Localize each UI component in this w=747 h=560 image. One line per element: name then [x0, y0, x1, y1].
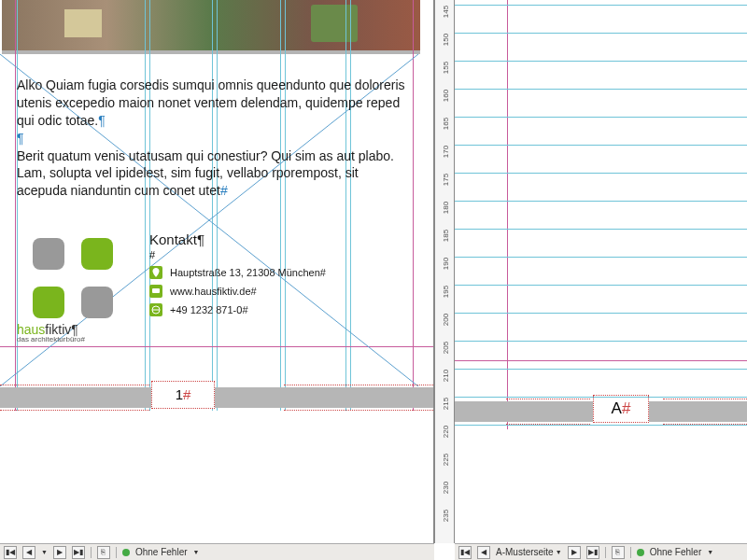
open-button[interactable]: ⎘ — [97, 546, 110, 559]
nav-prev-button[interactable]: ◀ — [477, 546, 490, 559]
status-bar-left: ▮◀ ◀ ▼ ▶ ▶▮ ⎘ Ohne Fehler ▼ — [0, 543, 434, 560]
baseline-guide — [455, 425, 747, 426]
ruler-label: 225 — [442, 451, 450, 469]
baseline-guide — [455, 201, 747, 202]
baseline-guide — [455, 229, 747, 230]
globe-icon — [149, 303, 162, 316]
master-page-selector[interactable]: A-Musterseite ▼ — [496, 547, 562, 557]
nav-first-button[interactable]: ▮◀ — [458, 546, 472, 559]
ruler-label: 150 — [442, 31, 450, 49]
pilcrow-icon: ¶ — [98, 113, 106, 128]
status-bar-right: ▮◀ ◀ A-Musterseite ▼ ▶ ▶▮ ⎘ Ohne Fehler … — [455, 543, 747, 560]
pasteboard — [455, 429, 747, 543]
preflight-menu[interactable]: ▼ — [707, 549, 713, 555]
footer-strip — [0, 387, 433, 408]
nav-last-button[interactable]: ▶▮ — [586, 546, 599, 559]
preflight-status-icon — [637, 549, 644, 556]
baseline-guide — [455, 285, 747, 286]
ruler-label: 195 — [442, 283, 450, 301]
logo-frame[interactable]: hausfiktiv¶ das architekturbüro# — [17, 238, 129, 343]
baseline-guide — [455, 173, 747, 174]
end-of-story-icon: # — [220, 183, 228, 198]
preflight-status-icon — [122, 549, 130, 556]
placed-image[interactable] — [2, 0, 420, 54]
contact-heading: Kontakt — [149, 231, 197, 247]
nav-first-button[interactable]: ▮◀ — [4, 546, 17, 559]
page-number-frame[interactable]: 1# — [151, 381, 215, 409]
preflight-status-label: Ohne Fehler — [135, 547, 188, 557]
ruler-label: 215 — [442, 395, 450, 413]
baseline-guide — [455, 5, 747, 6]
nav-next-button[interactable]: ▶ — [568, 546, 581, 559]
ruler-label: 220 — [442, 423, 450, 441]
baseline-guide — [455, 89, 747, 90]
baseline-guide — [455, 341, 747, 342]
paragraph-2: Berit quatum venis utatusam qui conestiu… — [17, 148, 394, 199]
preflight-menu[interactable]: ▼ — [193, 549, 200, 555]
nav-last-button[interactable]: ▶▮ — [72, 546, 85, 559]
ruler-label: 210 — [442, 367, 450, 385]
ruler-label: 165 — [442, 115, 450, 133]
baseline-guide — [455, 397, 747, 398]
ruler-label: 185 — [442, 227, 450, 245]
ruler-label: 230 — [442, 479, 450, 497]
ruler-label: 175 — [442, 171, 450, 189]
ruler-label: 205 — [442, 339, 450, 357]
ruler-label: 160 — [442, 87, 450, 105]
page-selector[interactable]: ▼ — [41, 549, 48, 555]
baseline-guide — [455, 145, 747, 146]
preflight-status-label: Ohne Fehler — [650, 547, 702, 557]
svg-rect-2 — [152, 288, 160, 293]
baseline-guide — [455, 313, 747, 314]
baseline-guide — [455, 257, 747, 258]
nav-prev-button[interactable]: ◀ — [22, 546, 35, 559]
open-button[interactable]: ⎘ — [612, 546, 625, 559]
baseline-guide — [455, 33, 747, 34]
ruler-label: 200 — [442, 311, 450, 329]
nav-next-button[interactable]: ▶ — [53, 546, 66, 559]
ruler-label: 170 — [442, 143, 450, 161]
paragraph-1: Alko Quiam fugia corsedis sumqui omnis q… — [17, 77, 405, 128]
pilcrow-icon: ¶ — [17, 131, 24, 146]
chat-icon — [149, 285, 162, 298]
contact-frame[interactable]: Kontakt¶ # Hauptstraße 13, 21308 München… — [149, 231, 345, 316]
ruler-label: 155 — [442, 59, 450, 77]
baseline-guide — [455, 369, 747, 370]
contact-web-row: www.hausfiktiv.de# — [149, 285, 345, 298]
page[interactable]: Alko Quiam fugia corsedis sumqui omnis q… — [0, 0, 433, 411]
ruler-label: 180 — [442, 199, 450, 217]
document-pane[interactable]: Alko Quiam fugia corsedis sumqui omnis q… — [0, 0, 434, 543]
master-page-pane[interactable]: A# — [455, 0, 747, 543]
baseline-guide — [455, 117, 747, 118]
logo-tagline: das architekturbüro# — [17, 335, 129, 343]
vertical-ruler[interactable]: 1451501551601651701751801851901952002052… — [434, 0, 455, 543]
ruler-label: 145 — [442, 3, 450, 21]
contact-phone-row: +49 1232 871-0# — [149, 303, 345, 316]
contact-address-row: Hauptstraße 13, 21308 München# — [149, 266, 345, 279]
body-text-frame[interactable]: Alko Quiam fugia corsedis sumqui omnis q… — [17, 77, 409, 200]
baseline-guide — [455, 61, 747, 62]
ruler-label: 235 — [442, 507, 450, 525]
map-pin-icon — [149, 266, 162, 279]
logo-graphic — [33, 238, 113, 318]
ruler-label: 190 — [442, 255, 450, 273]
master-page-marker[interactable]: A# — [593, 395, 649, 423]
